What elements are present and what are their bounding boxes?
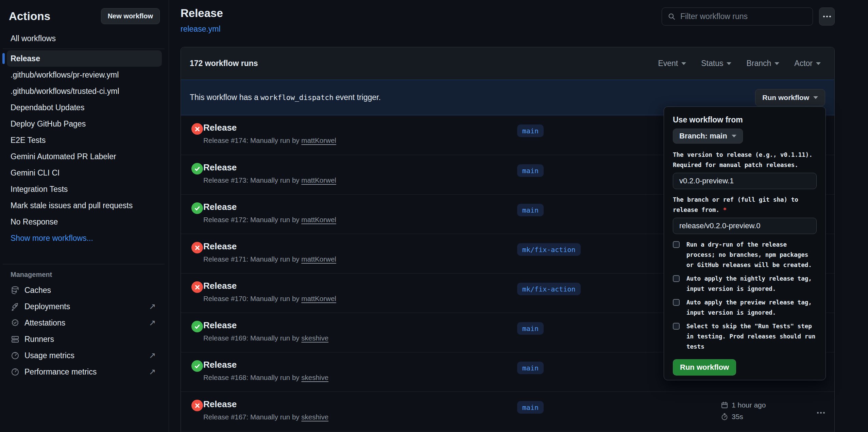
sidebar-item-runners[interactable]: Runners xyxy=(0,331,169,347)
checkbox-label: Auto apply the nightly release tag, inpu… xyxy=(686,273,817,294)
sidebar-divider xyxy=(3,264,165,264)
sidebar-item-workflow[interactable]: Dependabot Updates xyxy=(0,99,169,116)
checkbox-label: Run a dry-run of the release process; no… xyxy=(686,239,817,270)
run-title-link[interactable]: Release xyxy=(203,162,237,173)
ref-input[interactable] xyxy=(673,218,817,234)
run-title-link[interactable]: Release xyxy=(203,241,237,252)
checkbox-label: Auto apply the preview release tag, inpu… xyxy=(686,297,817,318)
chevron-down-icon xyxy=(732,135,736,137)
sidebar-item-workflow[interactable]: .github/workflows/trusted-ci.yml xyxy=(0,83,169,99)
run-subtitle: Release #168: Manually run by skeshive xyxy=(203,373,328,382)
workflow-options-kebab-button[interactable] xyxy=(819,7,835,26)
actions-sidebar: Actions New workflow All workflows Relea… xyxy=(0,0,169,432)
nightly-tag-checkbox[interactable] xyxy=(673,275,680,282)
external-link-icon: ↗ xyxy=(149,302,156,311)
run-title-link[interactable]: Release xyxy=(203,360,237,370)
database-icon xyxy=(11,286,20,295)
popover-title: Use workflow from xyxy=(673,115,817,124)
sidebar-item-attestations[interactable]: Attestations ↗ xyxy=(0,315,169,331)
branch-badge[interactable]: main xyxy=(517,164,544,177)
actor-link[interactable]: mattKorwel xyxy=(301,295,336,302)
verified-icon xyxy=(11,318,20,328)
run-options-kebab-button[interactable] xyxy=(814,410,828,415)
status-filter-dropdown[interactable]: Status xyxy=(701,59,731,68)
calendar-icon xyxy=(720,401,729,409)
sidebar-item-performance-metrics[interactable]: Performance metrics ↗ xyxy=(0,364,169,380)
search-icon xyxy=(667,12,676,21)
show-more-workflows-link[interactable]: Show more workflows... xyxy=(0,230,169,246)
kebab-icon xyxy=(820,412,822,414)
sidebar-item-usage-metrics[interactable]: Usage metrics ↗ xyxy=(0,347,169,364)
branch-badge[interactable]: main xyxy=(517,322,544,335)
sidebar-item-workflow[interactable]: No Response xyxy=(0,214,169,230)
sidebar-item-label: Usage metrics xyxy=(24,351,74,360)
branch-badge[interactable]: main xyxy=(517,204,544,216)
sidebar-item-workflow[interactable]: Deploy GitHub Pages xyxy=(0,116,169,132)
actor-link[interactable]: mattKorwel xyxy=(301,255,336,263)
sidebar-item-workflow[interactable]: Gemini Automated PR Labeler xyxy=(0,148,169,165)
event-filter-dropdown[interactable]: Event xyxy=(658,59,686,68)
run-duration: 35s xyxy=(732,413,743,421)
run-workflow-dropdown-button[interactable]: Run workflow xyxy=(755,89,825,106)
sidebar-item-label: Runners xyxy=(24,335,54,344)
status-success-icon xyxy=(191,321,203,332)
actor-link[interactable]: skeshive xyxy=(301,334,328,342)
branch-select-button[interactable]: Branch: main xyxy=(673,129,743,144)
preview-tag-checkbox[interactable] xyxy=(673,299,680,306)
skip-tests-checkbox-row: Select to skip the "Run Tests" step in t… xyxy=(673,321,817,352)
sidebar-item-release[interactable]: Release xyxy=(7,50,162,67)
branch-badge[interactable]: mk/fix-action xyxy=(517,243,581,256)
run-title-link[interactable]: Release xyxy=(203,320,237,331)
run-subtitle: Release #174: Manually run by mattKorwel xyxy=(203,136,336,145)
sidebar-item-workflow[interactable]: Gemini CLI CI xyxy=(0,165,169,181)
branch-badge[interactable]: main xyxy=(517,124,544,137)
run-title-link[interactable]: Release xyxy=(203,122,237,133)
run-subtitle: Release #169: Manually run by skeshive xyxy=(203,334,328,342)
run-workflow-popover: Use workflow from Branch: main The versi… xyxy=(664,106,826,380)
workflow-dispatch-code: workflow_dispatch xyxy=(258,94,336,102)
server-icon xyxy=(11,335,20,344)
workflow-file-link[interactable]: release.yml xyxy=(181,24,221,34)
status-success-icon xyxy=(191,202,203,214)
actor-filter-dropdown[interactable]: Actor xyxy=(794,59,821,68)
sidebar-title: Actions xyxy=(9,10,50,23)
run-workflow-submit-button[interactable]: Run workflow xyxy=(673,359,736,376)
sidebar-item-workflow[interactable]: Mark stale issues and pull requests xyxy=(0,197,169,214)
skip-tests-checkbox[interactable] xyxy=(673,323,680,330)
sidebar-item-deployments[interactable]: Deployments ↗ xyxy=(0,298,169,315)
branch-badge[interactable]: main xyxy=(517,362,544,374)
actor-link[interactable]: mattKorwel xyxy=(301,216,336,223)
chevron-down-icon xyxy=(727,62,731,65)
filter-workflow-runs-input[interactable] xyxy=(680,12,807,21)
meter-icon xyxy=(11,351,20,360)
workflow-run-row[interactable]: Release Release #167: Manually run by sk… xyxy=(181,392,834,431)
version-input[interactable] xyxy=(673,173,817,189)
all-workflows-link[interactable]: All workflows xyxy=(0,32,169,45)
dry-run-checkbox[interactable] xyxy=(673,241,680,248)
branch-filter-dropdown[interactable]: Branch xyxy=(746,59,779,68)
actor-link[interactable]: skeshive xyxy=(301,373,328,381)
sidebar-item-label: Caches xyxy=(24,286,51,295)
run-title-link[interactable]: Release xyxy=(203,281,237,291)
sidebar-item-label: Deployments xyxy=(24,302,70,311)
run-title-link[interactable]: Release xyxy=(203,399,237,410)
run-subtitle: Release #170: Manually run by mattKorwel xyxy=(203,295,336,303)
checkbox-label: Select to skip the "Run Tests" step in t… xyxy=(686,321,817,352)
sidebar-item-workflow[interactable]: E2E Tests xyxy=(0,132,169,148)
actor-link[interactable]: mattKorwel xyxy=(301,176,336,184)
management-section-label: Management xyxy=(0,267,169,282)
actor-link[interactable]: mattKorwel xyxy=(301,136,336,144)
dry-run-checkbox-row: Run a dry-run of the release process; no… xyxy=(673,239,817,270)
branch-badge[interactable]: mk/fix-action xyxy=(517,283,581,295)
status-failure-icon xyxy=(191,400,203,411)
new-workflow-button[interactable]: New workflow xyxy=(101,8,160,24)
branch-badge[interactable]: main xyxy=(517,401,544,414)
sidebar-item-workflow[interactable]: Integration Tests xyxy=(0,181,169,197)
external-link-icon: ↗ xyxy=(149,368,156,376)
sidebar-item-workflow[interactable]: .github/workflows/pr-review.yml xyxy=(0,67,169,83)
status-success-icon xyxy=(191,360,203,372)
actor-link[interactable]: skeshive xyxy=(301,413,328,421)
filter-workflow-runs-box xyxy=(662,7,813,26)
run-title-link[interactable]: Release xyxy=(203,202,237,212)
sidebar-item-caches[interactable]: Caches xyxy=(0,282,169,298)
